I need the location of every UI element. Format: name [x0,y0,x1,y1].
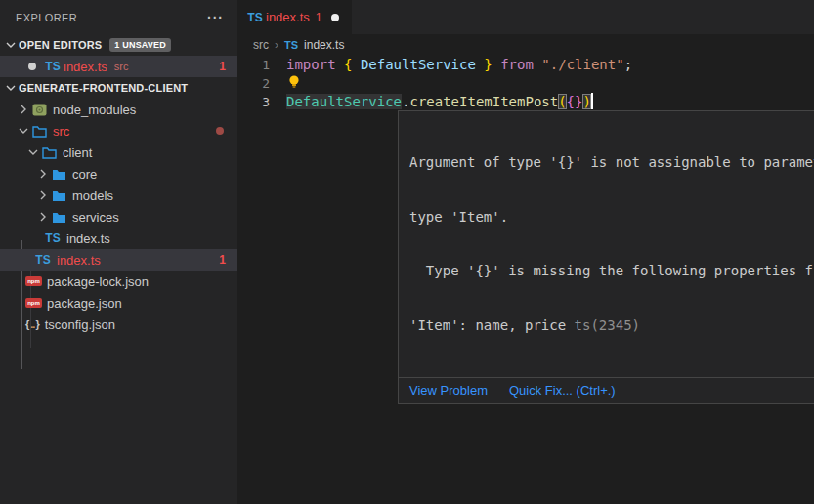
error-count-badge: 1 [219,253,226,267]
config-icon-brace: { [25,318,29,330]
code-editor[interactable]: 1 import { DefaultService } from "./clie… [237,56,814,111]
tree-item-label: index.ts [66,231,110,246]
error-message-line: Argument of type '{}' is not assignable … [409,153,814,172]
line-number: 1 [237,56,286,74]
error-message: Argument of type '{}' is not assignable … [399,111,814,377]
open-folder-icon [31,123,47,139]
tree-item-label: package-lock.json [47,274,149,289]
code-line-3[interactable]: 3 DefaultService.createItemItemPost({}) [237,93,814,111]
chevron-right-icon [35,188,51,203]
tree-item-label: tsconfig.json [45,317,115,332]
chevron-down-icon [25,145,41,160]
breadcrumb-folder[interactable]: src [253,38,269,52]
json-config-icon: {..} [25,318,40,330]
token-error-argument: {} [567,94,583,109]
token-brace: } [476,57,500,72]
tree-item-label: client [63,146,92,160]
line-number: 2 [237,74,286,93]
chevron-down-icon [3,37,19,53]
code-text: import { DefaultService } from "./client… [286,56,632,74]
config-icon-brace: } [35,318,39,330]
tree-item-client-index-ts[interactable]: TS index.ts [0,228,237,249]
tab-index-ts[interactable]: TS index.ts 1 [237,0,352,34]
open-editor-file-name: index.ts [64,60,107,74]
tree-item-package-json[interactable]: npm package.json [0,292,237,314]
chevron-down-icon [3,80,19,96]
token-string: "./client" [541,57,623,72]
quick-fix-link[interactable]: Quick Fix... (Ctrl+.) [509,383,616,398]
editor-tab-bar: TS index.ts 1 [237,0,814,34]
typescript-file-icon: TS [45,60,61,73]
folder-icon [51,188,66,203]
view-problem-link[interactable]: View Problem [409,383,488,398]
tree-item-models[interactable]: models [0,185,237,206]
tab-label: index.ts [266,10,310,24]
breadcrumb-file[interactable]: index.ts [304,38,344,52]
chevron-right-icon: › [275,38,278,52]
tree-item-core[interactable]: core [0,163,237,185]
error-count-badge: 1 [219,60,226,73]
workspace-label: GENERATE-FRONTEND-CLIENT [19,82,188,94]
tree-item-src[interactable]: src [0,120,237,142]
open-editor-item-index-ts[interactable]: TS index.ts src 1 [0,56,237,77]
npm-icon: npm [25,276,42,286]
node-modules-folder-icon [31,102,47,117]
breadcrumb: src › TS index.ts [237,34,814,56]
tree-item-node-modules[interactable]: node_modules [0,99,237,120]
token-import-binding: DefaultService [361,57,476,72]
file-tree: node_modules src client [0,99,237,335]
error-message-line: type 'Item'. [409,208,814,227]
sidebar-title: EXPLORER [16,12,77,23]
typescript-file-icon: TS [45,231,61,246]
tree-item-label: services [72,210,119,225]
token-bracket-match: ( [558,94,566,109]
tree-item-client[interactable]: client [0,142,237,163]
chevron-right-icon [35,209,51,225]
tree-item-label: src [53,124,69,139]
text-cursor [591,93,593,109]
tree-item-label: node_modules [53,103,136,117]
tree-item-label: index.ts [57,253,101,268]
typescript-file-icon: TS [35,252,51,268]
more-actions-icon[interactable]: ··· [207,13,224,22]
unsaved-badge: 1 UNSAVED [109,38,171,52]
chevron-down-icon [16,123,31,139]
token-keyword: import [286,57,344,72]
chevron-right-icon [35,166,51,182]
open-folder-icon [41,145,57,160]
explorer-sidebar: EXPLORER ··· OPEN EDITORS 1 UNSAVED TS i… [0,0,237,504]
lightbulb-icon[interactable] [287,74,301,94]
workspace-section-header[interactable]: GENERATE-FRONTEND-CLIENT [0,77,237,99]
folder-icon [51,209,66,225]
tab-error-count: 1 [316,11,322,24]
token-punctuation: ; [624,57,632,72]
token-class: DefaultService [286,94,402,109]
error-message-line: 'Item': name, price ts(2345) [409,316,814,335]
config-icon-dots: .. [30,318,34,330]
tree-item-tsconfig-json[interactable]: {..} tsconfig.json [0,314,237,335]
folder-icon [51,166,66,182]
tree-item-package-lock-json[interactable]: npm package-lock.json [0,271,237,292]
code-line-1[interactable]: 1 import { DefaultService } from "./clie… [237,56,814,74]
token-bracket-match: ) [582,94,590,109]
sidebar-header: EXPLORER ··· [0,0,237,34]
modified-dot-icon [28,63,36,70]
code-line-2[interactable]: 2 [237,74,814,93]
error-hover-tooltip: Argument of type '{}' is not assignable … [398,110,814,404]
token-keyword: from [500,57,541,72]
folder-error-dot-icon [216,127,224,135]
tree-item-src-index-ts[interactable]: TS index.ts 1 [0,249,237,271]
modified-dot-icon[interactable] [331,14,339,21]
tree-item-label: package.json [47,296,122,311]
open-editors-label: OPEN EDITORS [19,39,102,51]
tree-item-label: models [72,189,113,203]
chevron-right-icon [16,102,31,117]
open-editors-section-header[interactable]: OPEN EDITORS 1 UNSAVED [0,34,237,56]
line-number: 3 [237,93,286,111]
tree-item-label: core [72,167,97,182]
open-editor-file-path: src [114,61,129,72]
hover-actions-bar: View Problem Quick Fix... (Ctrl+.) [399,377,814,403]
tree-item-services[interactable]: services [0,206,237,228]
error-code: ts(2345) [575,317,640,333]
token-function: createItemItemPost [409,94,558,109]
